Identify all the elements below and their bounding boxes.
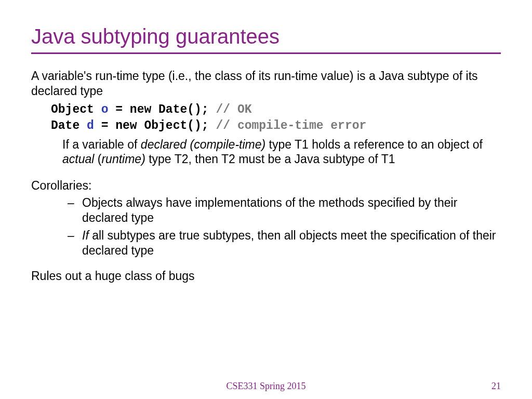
code-text: Date [51, 119, 87, 132]
code-block: Object o = new Date(); // OK Date d = ne… [51, 102, 501, 134]
slide-footer: CSE331 Spring 2015 21 [0, 381, 532, 392]
code-var: o [101, 103, 109, 116]
text: type T2, then T2 must be a Java subtype … [145, 152, 395, 166]
bullet-list: Objects always have implementations of t… [68, 195, 501, 258]
closing-paragraph: Rules out a huge class of bugs [31, 269, 501, 284]
text: type T1 holds a reference to an object o… [265, 138, 483, 151]
slide-title: Java subtyping guarantees [31, 25, 501, 54]
intro-paragraph: A variable's run-time type (i.e., the cl… [31, 69, 501, 99]
explanation-paragraph: If a variable of declared (compile-time)… [62, 137, 501, 167]
italic-text: declared (compile-time) [141, 138, 265, 151]
code-text: = new Object(); [94, 119, 216, 132]
list-item: Objects always have implementations of t… [68, 195, 501, 225]
corollaries-label: Corollaries: [31, 178, 501, 193]
code-comment: // compile-time error [216, 119, 366, 132]
italic-text: If [82, 229, 89, 242]
italic-text: runtime) [101, 152, 145, 166]
code-line-2: Date d = new Object(); // compile-time e… [51, 118, 501, 134]
code-line-1: Object o = new Date(); // OK [51, 102, 501, 118]
code-text: Object [51, 103, 101, 116]
code-var: d [87, 119, 94, 132]
code-text: = new Date(); [108, 103, 216, 116]
text: If a variable of [62, 138, 141, 151]
code-comment: // OK [216, 103, 251, 116]
text: ( [94, 152, 101, 166]
footer-course: CSE331 Spring 2015 [0, 381, 532, 392]
text: all subtypes are true subtypes, then all… [82, 229, 496, 257]
list-item: If all subtypes are true subtypes, then … [68, 228, 501, 258]
italic-text: actual [62, 152, 94, 166]
